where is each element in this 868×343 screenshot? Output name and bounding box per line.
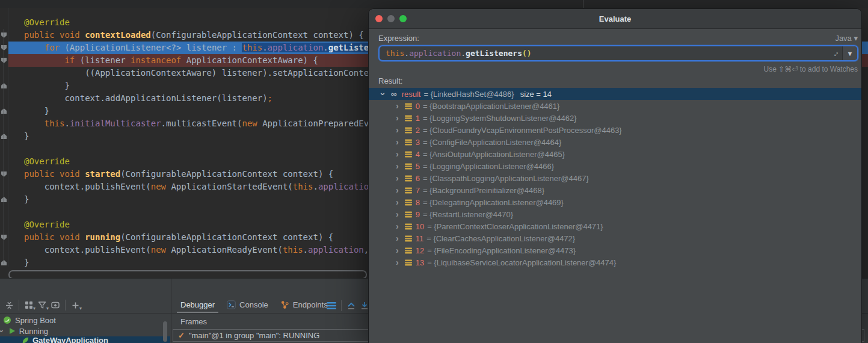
result-item-row[interactable]: ›1= {LoggingSystemShutdownListener@4462} <box>369 112 861 124</box>
run-tree-label: GateWayApplication <box>32 336 108 343</box>
item-value: = {ParentContextCloserApplicationListene… <box>427 222 603 231</box>
chevron-right-icon[interactable]: › <box>396 186 399 194</box>
close-button[interactable] <box>375 15 383 22</box>
list-node-icon <box>405 187 412 194</box>
tree-scrollbar[interactable] <box>163 321 167 342</box>
item-value: = {BackgroundPreinitializer@4468} <box>423 186 544 195</box>
result-item-row[interactable]: ›7= {BackgroundPreinitializer@4468} <box>369 184 861 196</box>
chevron-right-icon[interactable]: › <box>396 258 399 267</box>
result-item-row[interactable]: ›10= {ParentContextCloserApplicationList… <box>369 220 861 232</box>
chevron-right-icon[interactable]: › <box>396 234 399 243</box>
item-value: = {CloudFoundryVcapEnvironmentPostProces… <box>423 126 622 135</box>
chevron-down-icon[interactable]: › <box>0 330 6 333</box>
add-button[interactable]: ▾ <box>69 298 82 312</box>
language-selector[interactable]: Java ▾ <box>835 34 858 43</box>
chevron-right-icon[interactable]: › <box>396 174 399 182</box>
result-type-value: = {LinkedHashSet@4486} <box>423 90 514 99</box>
result-item-row[interactable]: ›0= {BootstrapApplicationListener@4461} <box>369 100 861 112</box>
expand-editor-icon[interactable]: ↔ <box>828 49 842 58</box>
ide-root: @Overridepublic void contextLoaded(Confi… <box>0 0 868 343</box>
chevron-right-icon[interactable]: › <box>396 138 399 146</box>
result-item-row[interactable]: ›12= {FileEncodingApplicationListener@44… <box>369 244 861 256</box>
tab-label: Debugger <box>180 300 215 309</box>
watches-hint: Use ⇧⌘⏎ to add to Watches <box>764 65 858 73</box>
collapse-all-button[interactable] <box>2 298 16 312</box>
result-item-row[interactable]: ›3= {ConfigFileApplicationListener@4464} <box>369 136 861 148</box>
item-index: 12 <box>416 246 424 255</box>
chevron-right-icon[interactable]: › <box>396 150 399 158</box>
options-menu-icon[interactable] <box>325 299 338 312</box>
tab-debugger[interactable]: Debugger <box>174 296 221 313</box>
result-item-row[interactable]: ›5= {LoggingApplicationListener@4466} <box>369 160 861 172</box>
chevron-right-icon[interactable]: › <box>396 198 399 206</box>
history-dropdown-button[interactable]: ▼ <box>842 46 857 60</box>
gutter-separator <box>8 8 8 267</box>
item-value: = {LoggingApplicationListener@4466} <box>423 162 554 171</box>
result-item-row[interactable]: ›8= {DelegatingApplicationListener@4469} <box>369 196 861 208</box>
item-index: 13 <box>416 258 424 267</box>
result-item-row[interactable]: ›13= {LiquibaseServiceLocatorApplication… <box>369 256 861 268</box>
evaluate-dialog: Evaluate Expression: Java ▾ this.applica… <box>368 8 862 343</box>
item-index: 4 <box>416 150 420 159</box>
item-value: = {LiquibaseServiceLocatorApplicationLis… <box>427 258 616 267</box>
chevron-right-icon[interactable]: › <box>396 126 399 134</box>
result-item-row[interactable]: ›9= {RestartListener@4470} <box>369 208 861 220</box>
list-node-icon <box>405 211 412 218</box>
result-item-row[interactable]: ›4= {AnsiOutputApplicationListener@4465} <box>369 148 861 160</box>
dropdown-arrow-icon: ▾ <box>79 306 82 311</box>
chevron-right-icon[interactable]: › <box>396 162 399 170</box>
item-value: = {BootstrapApplicationListener@4461} <box>423 102 560 111</box>
item-index: 11 <box>416 234 424 243</box>
run-icon <box>9 327 16 335</box>
result-item-row[interactable]: ›6= {ClasspathLoggingApplicationListener… <box>369 172 861 184</box>
panel-vertical-separator <box>171 279 171 343</box>
language-label: Java <box>835 34 851 43</box>
tab-label: Endpoints <box>293 300 328 309</box>
item-index: 2 <box>416 126 420 135</box>
chevron-right-icon[interactable]: › <box>396 102 399 110</box>
result-label: Result: <box>378 76 402 85</box>
item-value: = {ClasspathLoggingApplicationListener@4… <box>423 174 589 183</box>
zoom-button[interactable] <box>399 15 407 22</box>
filter-button[interactable]: ▾ <box>35 298 49 312</box>
chevron-right-icon[interactable]: › <box>396 210 399 218</box>
list-node-icon <box>405 163 412 170</box>
result-name: result <box>402 90 421 99</box>
list-node-icon <box>405 175 412 182</box>
chevron-down-icon[interactable]: › <box>379 93 387 96</box>
fold-guide-line <box>4 29 4 264</box>
result-item-row[interactable]: ›11= {ClearCachesApplicationListener@447… <box>369 232 861 244</box>
item-index: 3 <box>416 138 420 147</box>
list-node-icon <box>405 235 412 242</box>
list-node-icon <box>405 247 412 254</box>
view-options-button[interactable]: ▾ <box>22 298 35 312</box>
list-node-icon <box>405 259 412 266</box>
run-tree-item-application[interactable]: GateWayApplication <box>0 336 170 343</box>
item-value: = {LoggingSystemShutdownListener@4462} <box>423 114 577 123</box>
toolwindow-tab-actions <box>325 299 371 312</box>
debug-toolbar: ▾ ▾ ▾ <box>2 298 82 312</box>
chevron-right-icon[interactable]: › <box>396 114 399 122</box>
dialog-titlebar[interactable]: Evaluate <box>369 9 861 29</box>
item-index: 8 <box>416 198 420 207</box>
result-node-icon: ∞ <box>391 90 397 98</box>
item-index: 7 <box>416 186 420 195</box>
chevron-right-icon[interactable]: › <box>396 222 399 230</box>
run-tree-label: Spring Boot <box>15 316 56 325</box>
run-tree-item-spring-boot[interactable]: Spring Boot <box>0 315 170 326</box>
minimize-button[interactable] <box>387 15 395 22</box>
run-tree-item-running[interactable]: › Running <box>0 326 170 336</box>
list-node-icon <box>405 139 412 146</box>
list-node-icon <box>405 115 412 122</box>
add-to-frame-button[interactable] <box>49 298 62 312</box>
thread-check-icon: ✓ <box>178 331 185 340</box>
item-value: = {DelegatingApplicationListener@4469} <box>423 198 564 207</box>
item-value: = {AnsiOutputApplicationListener@4465} <box>423 150 565 159</box>
run-tree-label: Running <box>19 327 48 336</box>
restore-layout-icon[interactable] <box>345 299 358 312</box>
result-root-row[interactable]: › ∞ result = {LinkedHashSet@4486} size =… <box>369 88 861 100</box>
expression-input[interactable]: this.application.getListeners() ↔ ▼ <box>378 45 858 61</box>
tab-console[interactable]: Console <box>221 296 274 313</box>
chevron-right-icon[interactable]: › <box>396 246 399 255</box>
result-item-row[interactable]: ›2= {CloudFoundryVcapEnvironmentPostProc… <box>369 124 861 136</box>
